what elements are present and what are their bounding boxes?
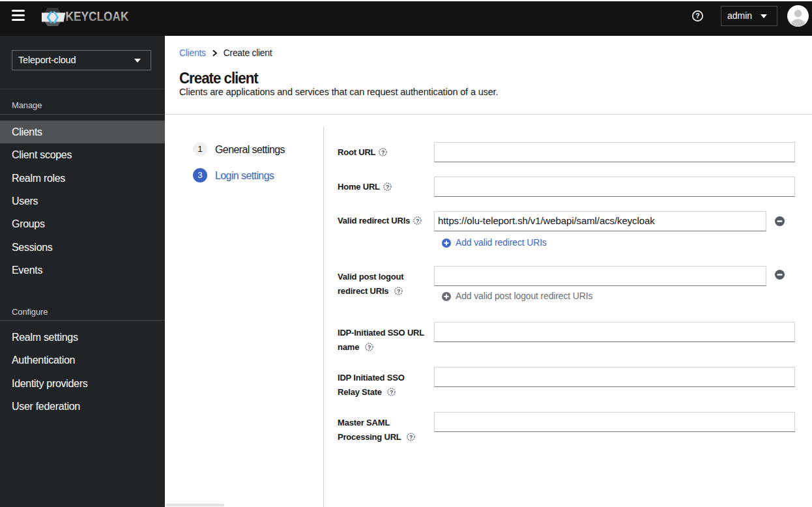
svg-text:?: ?	[381, 149, 384, 155]
svg-text:?: ?	[416, 218, 419, 224]
svg-text:?: ?	[386, 183, 389, 190]
svg-text:?: ?	[368, 343, 371, 350]
svg-text:?: ?	[397, 288, 400, 295]
svg-text:?: ?	[409, 434, 413, 441]
svg-text:?: ?	[695, 12, 699, 20]
svg-text:?: ?	[390, 389, 393, 396]
svg-text:KEYCLOAK: KEYCLOAK	[66, 9, 129, 23]
